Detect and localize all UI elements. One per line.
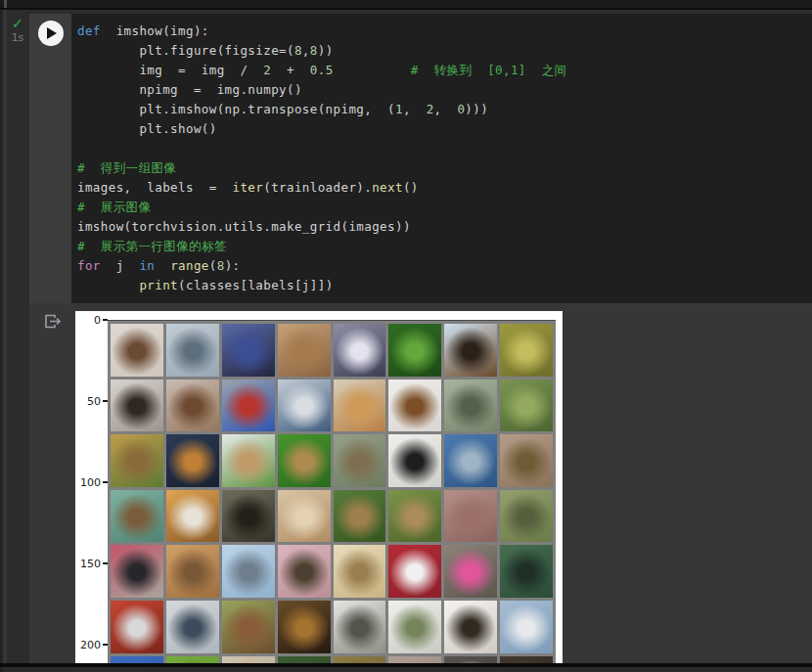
grid-image-dog: [444, 601, 497, 653]
code-token-com: # 展示图像: [77, 200, 151, 214]
y-tick-label: 0: [75, 315, 101, 326]
grid-image-car: [111, 656, 163, 663]
grid-image-plane: [500, 601, 553, 653]
code-token-com: # 转换到 [0,1] 之间: [411, 63, 567, 77]
code-token-pl: (: [209, 258, 217, 273]
grid-image-cat: [334, 601, 386, 653]
grid-image-frog: [500, 380, 553, 432]
y-tick-mark: [103, 400, 108, 402]
grid-image-dog: [388, 545, 441, 598]
code-token-pl: ,: [403, 102, 427, 116]
y-tick-mark: [103, 319, 108, 321]
code-token-pl: [77, 278, 139, 292]
y-tick-label: 100: [75, 477, 101, 488]
code-line: def imshow(img):: [77, 22, 808, 41]
grid-image-frog: [388, 324, 441, 377]
code-token-fn: print: [139, 278, 178, 292]
grid-image-deer: [444, 380, 497, 432]
code-editor[interactable]: def imshow(img): plt.figure(figsize=(8,8…: [71, 14, 812, 303]
code-token-pl: +: [271, 63, 310, 77]
code-token-pl: [155, 258, 170, 273]
code-token-pl: ,: [302, 43, 310, 58]
code-token-pl: images, labels =: [77, 180, 233, 195]
grid-image-dog: [334, 545, 386, 598]
image-grid: [108, 320, 556, 663]
grid-image-cat: [334, 324, 386, 377]
grid-image-frog: [278, 434, 331, 487]
code-token-pl: plt.figure(figsize=(: [77, 43, 294, 58]
grid-image-cat: [334, 380, 386, 432]
code-token-pl: img = img /: [77, 63, 263, 77]
grid-image-deer: [334, 490, 386, 543]
grid-image-deer: [111, 434, 163, 487]
bottom-bar: [0, 663, 812, 667]
grid-image-monkey: [166, 656, 219, 663]
y-tick-mark: [103, 481, 108, 483]
grid-image-bird: [111, 545, 163, 598]
grid-image-dog: [111, 380, 163, 432]
grid-image-horse: [444, 656, 497, 663]
code-token-num: 0.5: [310, 63, 334, 77]
code-line: imshow(torchvision.utils.make_grid(image…: [77, 217, 808, 237]
code-token-pl: (): [403, 180, 419, 195]
grid-image-plane: [388, 601, 441, 653]
code-token-pl: )): [318, 43, 334, 58]
output-area: 050100150200: [29, 303, 812, 663]
code-token-pl: plt.imshow(np.transpose(npimg, (: [77, 102, 395, 116]
code-line: plt.imshow(np.transpose(npimg, (1, 2, 0)…: [77, 100, 808, 119]
grid-image-truck: [222, 324, 275, 377]
left-scrollbar[interactable]: [3, 10, 7, 663]
code-line: npimg = img.numpy(): [77, 80, 808, 100]
code-token-num: 8: [217, 258, 225, 273]
code-line: plt.figure(figsize=(8,8)): [77, 41, 808, 61]
grid-image-ship: [278, 380, 331, 432]
code-token-fn: range: [170, 258, 209, 273]
grid-image-deer: [388, 490, 441, 543]
execution-time: 1s: [7, 31, 28, 45]
run-cell-button[interactable]: [38, 21, 64, 46]
code-token-num: 8: [310, 43, 318, 58]
cell-status: ✓ 1s: [7, 16, 28, 45]
grid-image-plane: [166, 490, 219, 543]
grid-image-deer: [222, 434, 275, 487]
grid-image-squirrel: [278, 490, 331, 543]
code-line: # 展示第一行图像的标签: [77, 237, 808, 256]
code-token-pl: j: [101, 258, 140, 273]
grid-image-truck: [111, 601, 163, 653]
code-token-com: # 得到一组图像: [77, 160, 176, 175]
code-token-num: 1: [395, 102, 403, 116]
cell-output-icon[interactable]: [43, 312, 63, 332]
cell-gutter: [29, 14, 71, 303]
code-line: images, labels = iter(trainloader).next(…: [77, 178, 808, 198]
grid-image-frog: [500, 434, 553, 487]
code-token-kw: def: [77, 23, 101, 38]
code-token-pl: npimg = img.numpy(): [77, 82, 302, 97]
code-line: plt.show(): [77, 119, 808, 139]
grid-image-field: [334, 656, 386, 663]
grid-image-dog: [444, 545, 497, 598]
grid-image-bird: [500, 545, 553, 598]
code-token-fn: next: [372, 180, 403, 195]
grid-image-frog: [500, 324, 553, 377]
grid-image-cat: [111, 324, 163, 377]
code-token-num: 2: [427, 102, 434, 116]
grid-image-ostrich: [166, 545, 219, 598]
code-line: # 得到一组图像: [77, 158, 808, 178]
check-icon: ✓: [7, 16, 28, 31]
grid-image-deer: [111, 490, 163, 543]
code-line: [77, 139, 808, 158]
grid-image-deer: [334, 434, 386, 487]
code-token-pl: imshow(img):: [101, 23, 209, 38]
code-cell: def imshow(img): plt.figure(figsize=(8,8…: [29, 14, 812, 303]
grid-image-horse: [388, 380, 441, 432]
grid-image-dog: [388, 434, 441, 487]
code-token-pl: imshow(torchvision.utils.make_grid(image…: [77, 219, 411, 234]
grid-image-frog: [222, 601, 275, 653]
y-tick-label: 50: [75, 396, 101, 407]
grid-image-ship: [444, 434, 497, 487]
grid-image-rodent: [278, 324, 331, 377]
code-token-num: 8: [294, 43, 302, 58]
grid-image-deer: [500, 490, 553, 543]
code-line: for j in range(8):: [77, 256, 808, 276]
y-tick-mark: [103, 644, 108, 646]
